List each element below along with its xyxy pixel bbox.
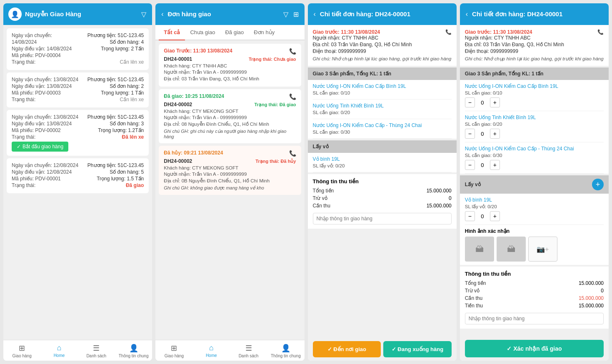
- btn-confirm-label: ✓ Xác nhận đã giao: [507, 345, 562, 352]
- order-id-row-1: DH24-00001 Trạng thái: Chưa giao: [164, 56, 296, 62]
- lay-vo-name-3-1: Vỏ bình 19L: [313, 156, 452, 162]
- start-icon: ✓: [17, 144, 21, 150]
- thu-tien-title-3: Thông tin thu tiền: [313, 178, 452, 184]
- photo-section-4: Hình ảnh xác nhận 🏔 🏔 📷+: [460, 225, 609, 265]
- back-button-2[interactable]: ‹: [160, 10, 164, 19]
- nav-grid-icon: ⊞: [19, 344, 25, 353]
- ts-val-3: Đã lên xe: [122, 134, 144, 140]
- delivery-card: Ngày vận chuyển: 12/08/2024 Phương tiện:…: [7, 158, 149, 193]
- back-button-3[interactable]: ‹: [313, 10, 317, 19]
- phone-icon-1[interactable]: 📞: [289, 48, 296, 55]
- panel-order-detail-4: ‹ Chi tiết đơn hàng: DH24-00001 Giao trư…: [460, 3, 609, 361]
- product-name-3-1: Nước Uống I-ON Kiểm Cao Cấp Bình 19L: [313, 83, 452, 89]
- thu-tien-input-3[interactable]: [313, 213, 452, 224]
- order-id-3: DH24-00002: [164, 158, 192, 164]
- nav-thong-tin-2[interactable]: 👤 Thông tin chung: [267, 343, 304, 359]
- user-name: Nguyễn Giao Hàng: [25, 10, 81, 18]
- filter-icon[interactable]: ▽: [140, 10, 147, 19]
- qty-minus-4-1[interactable]: −: [465, 97, 475, 107]
- grid-icon-2[interactable]: ⊞: [292, 10, 300, 19]
- tab-chua-giao[interactable]: Chưa giao: [185, 25, 220, 40]
- dien-thoai-3: Điện thoại: 0999999999: [313, 48, 452, 54]
- tab-da-giao[interactable]: Đã giao: [220, 25, 249, 40]
- trang-thai-label-1: Trạng thái:: [12, 59, 35, 65]
- product-list-4: Nước Uống I-ON Kiểm Cao Cấp Bình 19L SL …: [460, 80, 609, 174]
- lay-vo-header-4: Lấy vỏ +: [460, 175, 609, 194]
- nav-danh-sach-1[interactable]: ☰ Danh sách: [78, 343, 115, 359]
- ngay-vc-2: Ngày vận chuyển: 13/08/2024: [12, 77, 78, 82]
- start-delivery-button[interactable]: ✓ Bắt đầu giao hàng: [12, 142, 68, 152]
- ngay-dv-4: Ngày điều vận: 12/08/2024: [12, 169, 72, 175]
- qty-val-4-3: 0: [478, 162, 487, 168]
- qty-plus-4-1[interactable]: +: [490, 97, 500, 107]
- qty-minus-lv-4-1[interactable]: −: [465, 211, 475, 221]
- tien-thu-label-4: Tiền thu: [465, 303, 483, 309]
- product-list-3: Nước Uống I-ON Kiểm Cao Cấp Bình 19L SL …: [308, 80, 457, 139]
- nav-home-1[interactable]: ⌂ Home: [40, 343, 77, 359]
- add-lay-vo-button[interactable]: +: [592, 179, 604, 190]
- tab-don-huy[interactable]: Đơn hủy: [249, 25, 280, 40]
- phone-icon-2[interactable]: 📞: [289, 93, 296, 100]
- btn-dang-xuong-hang[interactable]: ✓ Đang xuống hàng: [383, 341, 452, 357]
- order-time-3: Đã hủy: 09:21 13/08/2024 📞: [164, 150, 296, 156]
- panel-delivery-list: 👤 Nguyễn Giao Hàng ▽ Ngày vận chuyển: Ph…: [3, 3, 152, 361]
- order-status-2: Trạng thái: Đã giao: [255, 102, 296, 107]
- qty-minus-4-3[interactable]: −: [465, 160, 475, 170]
- product-name-4-2: Nước Uống Tinh Khiết Bình 19L: [465, 115, 604, 120]
- nav-home-2[interactable]: ⌂ Home: [193, 343, 230, 359]
- nguoi-nhan-4: Người nhận: CTY TNHH ABC: [465, 35, 604, 41]
- btn-den-noi-giao[interactable]: ✓ Đến nơi giao: [313, 341, 381, 357]
- tien-thu-row-4: Tiền thu 15.000.000: [465, 303, 604, 309]
- nav-giao-hang-1[interactable]: ⊞ Giao hàng: [3, 343, 40, 359]
- qty-plus-lv-4-1[interactable]: +: [490, 211, 500, 221]
- phone-icon-3[interactable]: 📞: [289, 150, 296, 157]
- action-buttons-3: ✓ Đến nơi giao ✓ Đang xuống hàng: [308, 338, 457, 361]
- nav-label-2-home: Home: [206, 353, 217, 358]
- qty-minus-4-2[interactable]: −: [465, 129, 475, 139]
- panel4-title: ‹ Chi tiết đơn hàng: DH24-00001: [465, 10, 563, 19]
- tab-tat-ca[interactable]: Tất cả: [159, 25, 185, 40]
- order-card-2: Đã giao: 10:25 11/08/2024 📞 DH24-00002 T…: [159, 89, 301, 143]
- panel1-header: 👤 Nguyễn Giao Hàng ▽: [3, 3, 152, 25]
- thu-tien-title-4: Thông tin thu tiền: [465, 271, 604, 277]
- dia-chi-3: Địa chỉ: 03 Trần Văn Đang, Q3, Hồ Chí Mi…: [313, 42, 452, 47]
- panel2-title: ‹ Đơn hàng giao: [160, 10, 211, 19]
- product-qty-3-2: SL cần giao: 0/20: [313, 110, 452, 115]
- tab-label-tat-ca: Tất cả: [164, 29, 180, 35]
- panel-order-detail-3: ‹ Chi tiết đơn hàng: DH24-00001 Giao trư…: [308, 3, 457, 361]
- lay-vo-name-4-1: Vỏ bình 19L: [465, 197, 604, 203]
- qty-plus-4-3[interactable]: +: [490, 160, 500, 170]
- product-item-3-3: Nước Uống I-ON Kiểm Cao Cấp - Thùng 24 C…: [313, 119, 452, 139]
- header-icons: ▽: [140, 10, 147, 19]
- phone-icon-4[interactable]: 📞: [597, 29, 604, 35]
- btn-dang-xuong-label: ✓ Đang xuống hàng: [392, 346, 443, 352]
- panel3-title-text: Chi tiết đơn hàng: DH24-00001: [320, 10, 410, 18]
- tluong-3: Trọng lượng: 1.2Tấn: [98, 127, 144, 133]
- nav-danh-sach-2[interactable]: ☰ Danh sách: [230, 343, 267, 359]
- ngay-dieu-van-1: Ngày điều vận: 14/08/2024: [12, 46, 72, 52]
- delivery-list: Ngày vận chuyển: Phương tiện: 51C-123.45…: [3, 25, 152, 197]
- can-thu-label-3: Cần thu: [313, 203, 330, 209]
- nav-giao-hang-2[interactable]: ⊞ Giao hàng: [155, 343, 192, 359]
- photo-add-button[interactable]: 📷+: [528, 237, 557, 262]
- nav-thong-tin-1[interactable]: 👤 Thông tin chung: [115, 343, 152, 359]
- phone-icon-3[interactable]: 📞: [445, 29, 452, 35]
- btn-xac-nhan-da-giao[interactable]: ✓ Xác nhận đã giao: [465, 340, 604, 357]
- qty-plus-4-2[interactable]: +: [490, 129, 500, 139]
- nav-user-icon: 👤: [129, 344, 138, 353]
- btn-den-noi-label: ✓ Đến nơi giao: [327, 346, 366, 352]
- order-time-1: Giao Trước: 11:30 13/08/2024 📞: [164, 48, 296, 54]
- qty-control-lv-4-1: − 0 +: [465, 211, 604, 221]
- filter-icon-2[interactable]: ▽: [282, 10, 289, 19]
- nav-grid-icon-2: ⊞: [171, 344, 177, 353]
- back-button-4[interactable]: ‹: [465, 10, 469, 19]
- tluong-2: Trọng lượng: 1 Tấn: [101, 90, 144, 96]
- tru-vo-label-4: Trừ vỏ: [465, 288, 480, 294]
- photo-thumb-1: 🏔: [465, 237, 494, 262]
- thu-tien-input-4[interactable]: [465, 313, 604, 324]
- val-ngay1: 14/08/2024: [12, 39, 37, 45]
- order-id-row-3: DH24-00002 Trạng thái: Đã hủy: [164, 158, 296, 164]
- panel4-content: Giao trước: 11:30 13/08/2024 📞 Người nhậ…: [460, 25, 609, 337]
- lay-vo-list-4: Vỏ bình 19L SL lấy vỏ: 0/20 − 0 +: [460, 194, 609, 225]
- product-item-3-1: Nước Uống I-ON Kiểm Cao Cấp Bình 19L SL …: [313, 80, 452, 100]
